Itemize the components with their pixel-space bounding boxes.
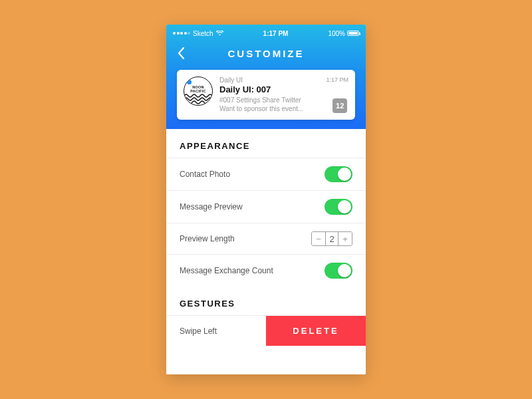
page-title: CUSTOMIZE bbox=[173, 48, 359, 59]
card-sender: Daily UI bbox=[219, 76, 243, 84]
header: Sketch 1:17 PM 100% CUSTOMIZE NOON bbox=[166, 25, 366, 129]
battery-icon bbox=[347, 31, 359, 36]
delete-button[interactable]: DELETE bbox=[266, 316, 366, 346]
card-preview-line1: #007 Settings Share Twitter bbox=[219, 96, 319, 104]
label-message-exchange: Message Exchange Count bbox=[180, 266, 273, 275]
section-appearance-title: APPEARANCE bbox=[166, 129, 366, 158]
nav-bar: CUSTOMIZE bbox=[173, 45, 359, 62]
label-contact-photo: Contact Photo bbox=[180, 170, 230, 179]
wifi-icon bbox=[216, 31, 223, 36]
content: APPEARANCE Contact Photo Message Preview… bbox=[166, 129, 366, 374]
waves-icon bbox=[184, 93, 213, 105]
row-preview-length: Preview Length − 2 + bbox=[166, 223, 366, 254]
card-preview-line2: Want to sponsor this event... bbox=[219, 104, 319, 113]
label-message-preview: Message Preview bbox=[180, 202, 243, 211]
stepper-plus-button[interactable]: + bbox=[338, 232, 352, 245]
row-message-preview: Message Preview bbox=[166, 190, 366, 223]
stepper-preview-length: − 2 + bbox=[311, 231, 352, 246]
back-button[interactable] bbox=[173, 45, 189, 62]
row-contact-photo: Contact Photo bbox=[166, 158, 366, 190]
toggle-message-preview[interactable] bbox=[325, 199, 352, 215]
row-swipe-left: Swipe Left DELETE bbox=[166, 315, 366, 346]
toggle-contact-photo[interactable] bbox=[325, 166, 352, 182]
carrier-label: Sketch bbox=[193, 30, 213, 37]
chevron-left-icon bbox=[178, 47, 185, 59]
card-subject: Daily UI: 007 bbox=[219, 84, 319, 94]
stepper-minus-button[interactable]: − bbox=[312, 232, 325, 245]
avatar-badge-icon bbox=[187, 80, 192, 84]
status-bar: Sketch 1:17 PM 100% bbox=[173, 29, 359, 38]
signal-dots-icon bbox=[173, 32, 190, 35]
phone-frame: Sketch 1:17 PM 100% CUSTOMIZE NOON bbox=[166, 25, 366, 374]
battery-label: 100% bbox=[328, 30, 345, 37]
section-gestures-title: GESTURES bbox=[166, 287, 366, 315]
label-swipe-left: Swipe Left bbox=[166, 316, 266, 346]
stepper-value: 2 bbox=[325, 232, 338, 245]
label-preview-length: Preview Length bbox=[180, 234, 235, 243]
preview-card: NOON PACIFIC Daily UI Daily UI: 007 #007… bbox=[177, 70, 355, 120]
avatar: NOON PACIFIC bbox=[184, 76, 213, 106]
toggle-message-exchange[interactable] bbox=[325, 263, 352, 279]
exchange-count-badge: 12 bbox=[332, 98, 347, 113]
status-time: 1:17 PM bbox=[223, 30, 329, 37]
card-time: 1:17 PM bbox=[326, 76, 348, 83]
row-message-exchange: Message Exchange Count bbox=[166, 254, 366, 287]
